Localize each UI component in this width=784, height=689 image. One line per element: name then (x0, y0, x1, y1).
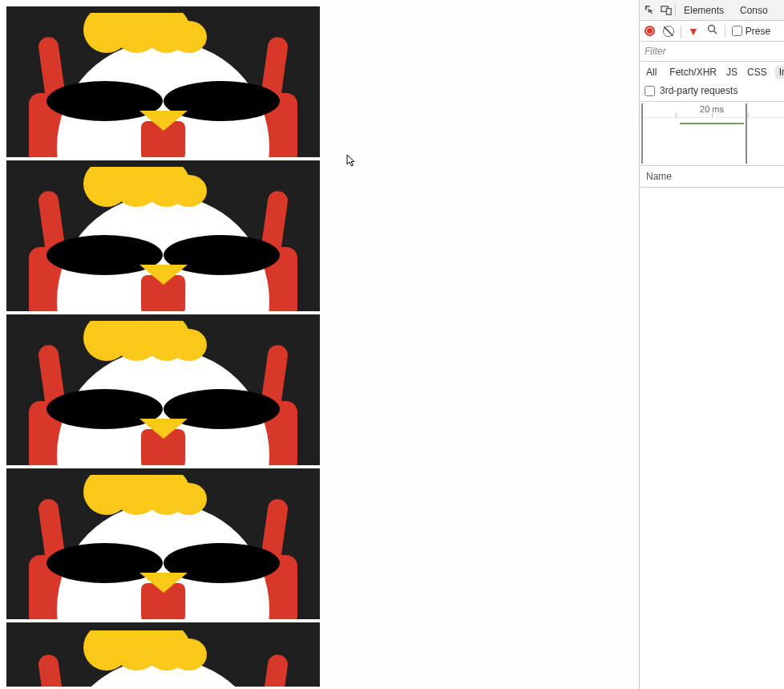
chicken-avatar (29, 13, 297, 157)
clear-button[interactable] (663, 26, 674, 37)
request-list[interactable] (640, 188, 784, 689)
inspect-icon[interactable] (643, 3, 657, 17)
tab-elements[interactable]: Elements (677, 2, 730, 19)
svg-line-3 (713, 31, 717, 34)
image-tile[interactable] (6, 160, 320, 311)
devtools-tabs: Elements Conso (640, 0, 784, 21)
filter-js[interactable]: JS (725, 66, 739, 79)
filter-type-row: All Fetch/XHR JS CSS Img (640, 62, 784, 82)
devtools-panel: Elements Conso ▼ Prese All Fetch/XHR JS … (639, 0, 784, 689)
network-timeline[interactable]: 20 ms (640, 102, 784, 166)
chicken-avatar (29, 475, 297, 619)
device-toggle-icon[interactable] (660, 3, 673, 17)
timeline-handle-left[interactable] (641, 103, 643, 164)
timeline-request-bar (680, 123, 744, 124)
preserve-log-label: Prese (746, 26, 770, 37)
timeline-handle-right[interactable] (746, 103, 747, 164)
thirdparty-checkbox[interactable] (645, 86, 655, 96)
filter-img[interactable]: Img (775, 66, 784, 79)
chicken-avatar (29, 321, 297, 465)
chicken-avatar (29, 630, 297, 687)
separator (725, 25, 725, 38)
filter-css[interactable]: CSS (746, 66, 769, 79)
preserve-log-checkbox[interactable]: Prese (732, 26, 770, 37)
svg-rect-1 (667, 9, 672, 15)
chicken-avatar (29, 167, 297, 311)
network-toolbar: ▼ Prese (640, 21, 784, 42)
separator (681, 25, 681, 38)
image-tile[interactable] (6, 314, 320, 465)
filter-fetch[interactable]: Fetch/XHR (668, 66, 718, 79)
timeline-ruler: 20 ms (640, 102, 784, 118)
thirdparty-label: 3rd-party requests (660, 85, 738, 96)
image-tile[interactable] (6, 468, 320, 619)
thirdparty-row: 3rd-party requests (640, 82, 784, 102)
preserve-log-input[interactable] (732, 26, 742, 36)
filter-icon[interactable]: ▼ (688, 26, 699, 37)
page-content (0, 0, 639, 689)
tab-console[interactable]: Conso (733, 2, 774, 19)
filter-all[interactable]: All (645, 66, 658, 79)
request-column-header[interactable]: Name (640, 166, 784, 188)
svg-point-2 (708, 26, 714, 32)
filter-input[interactable] (640, 42, 784, 62)
image-tile[interactable] (6, 6, 320, 157)
separator (675, 4, 676, 17)
record-button[interactable] (645, 26, 655, 36)
search-icon[interactable] (707, 24, 718, 38)
image-tile[interactable] (6, 622, 320, 687)
